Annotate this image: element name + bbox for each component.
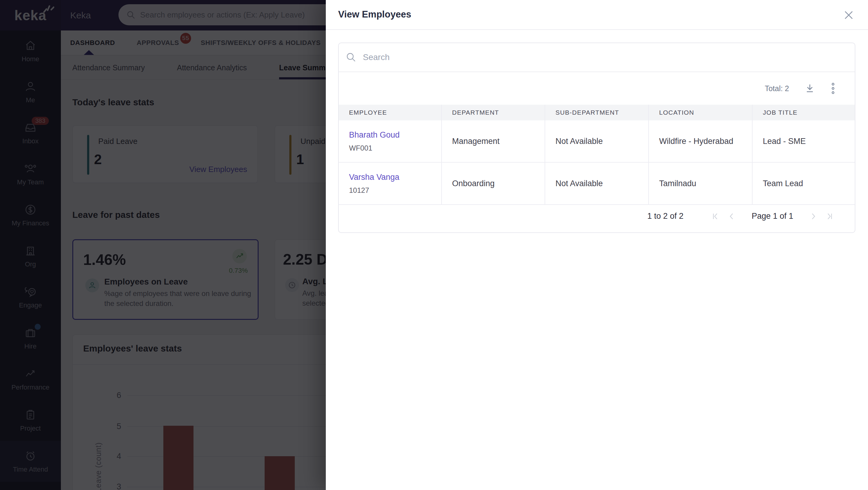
employee-name-link[interactable]: Varsha Vanga (349, 173, 441, 182)
search-icon (346, 52, 356, 62)
cell-department: Onboarding (442, 163, 545, 204)
table-row: Bharath Goud WF001 Management Not Availa… (339, 120, 855, 163)
cell-location: Wildfire - Hyderabad (649, 120, 752, 162)
view-employees-drawer: View Employees Total: 2 EMPLOYEE (326, 0, 868, 490)
pagination: 1 to 2 of 2 Page 1 of 1 (339, 199, 855, 233)
col-employee: EMPLOYEE (339, 105, 442, 120)
cell-sub-department: Not Available (545, 120, 649, 162)
previous-page-icon[interactable] (726, 210, 738, 222)
pagination-range: 1 to 2 of 2 (647, 211, 684, 221)
cell-sub-department: Not Available (545, 163, 649, 204)
app-root: keka Home Me (0, 0, 868, 490)
cell-job-title: Lead - SME (752, 120, 855, 162)
table-row: Varsha Vanga 10127 Onboarding Not Availa… (339, 163, 855, 205)
col-location: LOCATION (649, 105, 752, 120)
total-count-label: Total: 2 (765, 84, 789, 93)
employees-table: EMPLOYEE DEPARTMENT SUB-DEPARTMENT LOCAT… (339, 105, 855, 205)
table-toolbar: Total: 2 (339, 72, 855, 105)
drawer-search-input[interactable] (362, 52, 815, 62)
drawer-header-divider (326, 29, 868, 30)
last-page-icon[interactable] (824, 210, 835, 222)
cell-location: Tamilnadu (649, 163, 752, 204)
pagination-page-label: Page 1 of 1 (752, 211, 793, 221)
col-job-title: JOB TITLE (752, 105, 855, 120)
kebab-menu-icon[interactable] (831, 82, 835, 94)
cell-job-title: Team Lead (752, 163, 855, 204)
download-icon[interactable] (805, 83, 815, 93)
next-page-icon[interactable] (807, 210, 819, 222)
drawer-title: View Employees (338, 9, 411, 20)
col-department: DEPARTMENT (442, 105, 545, 120)
employee-name-link[interactable]: Bharath Goud (349, 131, 441, 140)
employees-table-card: Total: 2 EMPLOYEE DEPARTMENT SUB-DEPARTM… (338, 42, 855, 233)
cell-department: Management (442, 120, 545, 162)
drawer-search[interactable] (339, 43, 855, 72)
col-sub-department: SUB-DEPARTMENT (545, 105, 649, 120)
employee-id: WF001 (349, 144, 441, 152)
first-page-icon[interactable] (710, 210, 721, 222)
table-header-row: EMPLOYEE DEPARTMENT SUB-DEPARTMENT LOCAT… (339, 105, 855, 120)
employee-id: 10127 (349, 186, 441, 195)
close-icon[interactable] (841, 8, 856, 22)
